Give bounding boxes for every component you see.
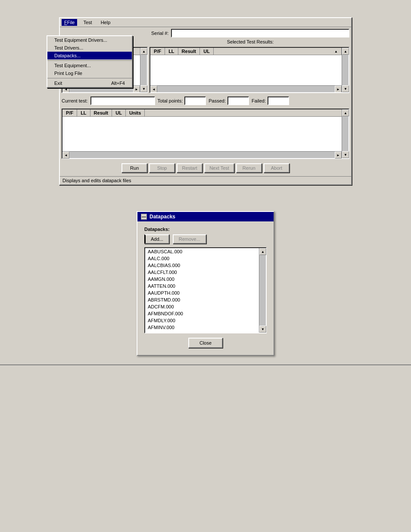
failed-input[interactable]	[268, 96, 289, 105]
menu-divider2	[47, 78, 132, 78]
bottom-scroll-down[interactable]: ▼	[342, 151, 349, 158]
selected-results-label: Selected Test Results:	[151, 39, 349, 44]
remove-button: Remove...	[173, 234, 206, 244]
bottom-ul: UL	[112, 109, 126, 116]
bottom-units: Units	[126, 109, 145, 116]
left-scroll-down[interactable]: ▼	[140, 85, 147, 92]
stop-button[interactable]: Stop	[149, 163, 175, 173]
passed-group: Passed:	[209, 96, 249, 105]
total-points-input[interactable]	[184, 96, 206, 105]
current-test-label: Current test:	[62, 98, 88, 103]
bottom-scroll-right[interactable]: ►	[335, 152, 342, 159]
bottom-pf: P/F	[62, 109, 77, 116]
menu-divider	[47, 60, 132, 61]
datapack-vscroll[interactable]: ▲ ▼	[259, 248, 266, 333]
right-panel-inner: P/F LL Result UL ▲ ◄ ►	[150, 48, 342, 92]
menu-item-test-drivers[interactable]: Test Drivers...	[47, 44, 132, 52]
dialog-btn-row: Add... Remove...	[144, 234, 267, 244]
next-test-button[interactable]: Next Test	[204, 163, 234, 173]
dialog-titlebar: — Datapacks	[137, 212, 274, 221]
bottom-scroll-left[interactable]: ◄	[62, 152, 69, 159]
list-item[interactable]: ABRSTMD.000	[145, 296, 259, 303]
list-item[interactable]: AATTEN.000	[145, 283, 259, 289]
serial-row: Serial #:	[151, 29, 349, 37]
right-pf-header: P/F	[150, 48, 165, 55]
serial-label: Serial #:	[151, 31, 168, 36]
datapack-list-container: AABUSCAL.000 AALC.000 AALCBIAS.000 AALCF…	[144, 247, 267, 333]
run-button[interactable]: Run	[121, 163, 147, 173]
menu-item-drivers[interactable]: Test Equipment Drivers...	[47, 36, 132, 44]
right-scroll-up[interactable]: ▲	[342, 48, 349, 55]
dp-scroll-down[interactable]: ▼	[259, 326, 266, 333]
datapacks-dialog: — Datapacks Datapacks: Add... Remove... …	[137, 211, 274, 356]
separator	[0, 364, 411, 365]
right-ul-header: UL	[200, 48, 214, 55]
list-item[interactable]: AALCBIAS.000	[145, 262, 259, 269]
bottom-hscroll-track	[69, 152, 335, 158]
right-result-header: Result	[178, 48, 200, 55]
dialog-body: Datapacks: Add... Remove... AABUSCAL.000…	[137, 221, 274, 355]
dp-scroll-up[interactable]: ▲	[259, 248, 266, 255]
right-scroll-right[interactable]: ►	[335, 86, 342, 92]
button-row: Run Stop Restart Next Test Rerun Abort	[62, 161, 349, 174]
failed-label: Failed:	[252, 98, 266, 103]
abort-button[interactable]: Abort	[264, 163, 290, 173]
right-scroll-btn[interactable]: ▲	[331, 48, 342, 55]
bottom-hscroll[interactable]: ◄ ►	[62, 151, 342, 158]
dialog-title: Datapacks	[149, 214, 175, 220]
right-header-row: P/F LL Result UL ▲	[150, 48, 342, 55]
list-item[interactable]: AAMGN.000	[145, 276, 259, 283]
menu-bar: FFile Test Help Test Equipment Drivers..…	[60, 18, 351, 27]
bottom-grid-body	[62, 117, 342, 151]
list-item[interactable]: AABUSCAL.000	[145, 248, 259, 255]
right-vscroll-track	[342, 55, 349, 85]
right-ll-header: LL	[165, 48, 178, 55]
left-scroll-right[interactable]: ►	[133, 86, 140, 92]
file-dropdown: Test Equipment Drivers... Test Drivers..…	[47, 35, 133, 88]
menu-file[interactable]: FFile	[62, 19, 77, 26]
total-points-group: Total points:	[158, 96, 206, 105]
left-vscroll-track	[140, 55, 147, 85]
restart-button[interactable]: Restart	[177, 163, 202, 173]
menu-test[interactable]: Test	[81, 19, 94, 26]
bottom-scroll-up[interactable]: ▲	[342, 109, 349, 116]
right-scroll-down[interactable]: ▼	[342, 85, 349, 92]
passed-label: Passed:	[209, 98, 226, 103]
dp-scroll-track	[259, 255, 266, 326]
menu-help[interactable]: Help	[98, 19, 113, 26]
datapack-list: AABUSCAL.000 AALC.000 AALCBIAS.000 AALCF…	[145, 248, 259, 333]
list-item[interactable]: AFMINV.000	[145, 324, 259, 331]
menu-item-equipment[interactable]: Test Equipment...	[47, 62, 132, 69]
list-item[interactable]: AALCFLT.000	[145, 269, 259, 276]
failed-group: Failed:	[252, 96, 289, 105]
bottom-result: Result	[90, 109, 112, 116]
current-test-input[interactable]	[90, 96, 155, 105]
titlebar-left: — Datapacks	[141, 214, 175, 220]
bottom-vscroll-track	[342, 116, 349, 151]
menu-item-print[interactable]: Print Log File	[47, 69, 132, 77]
list-item[interactable]: AFMBNDOF.000	[145, 310, 259, 317]
close-button[interactable]: Close	[188, 338, 223, 348]
list-item[interactable]: AAUDPTH.000	[145, 289, 259, 296]
add-button[interactable]: Add...	[144, 234, 169, 244]
bottom-vscroll[interactable]: ▲ ▼	[342, 109, 349, 158]
rerun-button[interactable]: Rerun	[236, 163, 262, 173]
right-vscroll[interactable]: ▲ ▼	[342, 48, 349, 92]
left-vscroll[interactable]: ▲ ▼	[140, 48, 147, 92]
right-hscroll[interactable]: ◄ ►	[150, 85, 342, 92]
menu-item-datapacks[interactable]: Datapacks...	[47, 52, 132, 59]
close-btn-row: Close	[144, 333, 267, 350]
right-scroll-left[interactable]: ◄	[150, 86, 157, 92]
left-scroll-up[interactable]: ▲	[140, 48, 147, 55]
list-item[interactable]: AALC.000	[145, 255, 259, 262]
menu-item-exit[interactable]: Exit Alt+F4	[47, 79, 132, 87]
current-test-row: Current test: Total points: Passed: Fail…	[62, 96, 349, 105]
serial-input[interactable]	[171, 29, 349, 37]
bottom-grid-content: P/F LL Result UL Units ◄ ►	[62, 109, 342, 158]
passed-input[interactable]	[227, 96, 249, 105]
list-item[interactable]: AFMDLY.000	[145, 317, 259, 324]
list-item[interactable]: ADCFM.000	[145, 303, 259, 310]
right-panel-body	[150, 55, 342, 85]
system-icon[interactable]: —	[141, 214, 147, 220]
right-hscroll-track	[157, 86, 335, 92]
